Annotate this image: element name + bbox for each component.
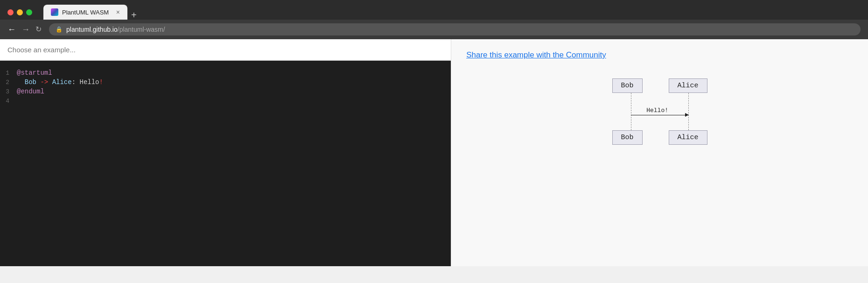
tab-favicon-icon [51, 8, 58, 16]
lock-icon: 🔒 [56, 26, 63, 33]
code-line-4: 4 [0, 96, 451, 106]
tab-title: PlantUML WASM [62, 9, 112, 16]
line-content-2: Bob -> Alice: Hello! [17, 78, 103, 86]
close-button[interactable] [7, 9, 14, 15]
line-content-1: @startuml [17, 69, 52, 77]
forward-button[interactable]: → [21, 25, 30, 34]
participants-top: Bob Alice [612, 78, 707, 93]
reload-button[interactable]: ↻ [35, 26, 42, 33]
diagram-area: Bob Alice Hello! Bob Alice [466, 75, 853, 145]
active-tab[interactable]: PlantUML WASM × [43, 5, 127, 20]
tab-area: PlantUML WASM × + [43, 5, 861, 20]
line-content-3: @enduml [17, 88, 44, 95]
sequence-area: Hello! [613, 93, 707, 130]
address-path: /plantuml-wasm/ [118, 26, 165, 33]
left-panel: 1 @startuml 2 Bob -> Alice: Hello! 3 @en… [0, 39, 451, 266]
participant-alice-bottom: Alice [669, 130, 707, 145]
minimize-button[interactable] [17, 9, 23, 15]
code-line-1: 1 @startuml [0, 68, 451, 78]
line-number-2: 2 [0, 79, 17, 86]
message-label: Hello! [646, 107, 668, 114]
line-number-4: 4 [0, 98, 17, 105]
code-line-2: 2 Bob -> Alice: Hello! [0, 78, 451, 87]
example-input[interactable] [0, 39, 451, 60]
address-bar[interactable]: 🔒 plantuml.github.io/plantuml-wasm/ [49, 23, 861, 35]
address-bar-row: ← → ↻ 🔒 plantuml.github.io/plantuml-wasm… [0, 20, 868, 39]
participant-alice-top: Alice [669, 78, 707, 93]
participant-bob-top: Bob [612, 78, 643, 93]
code-line-3: 3 @enduml [0, 87, 451, 96]
participants-bottom: Bob Alice [612, 130, 707, 145]
new-tab-button[interactable]: + [131, 10, 137, 20]
address-text: plantuml.github.io/plantuml-wasm/ [66, 26, 165, 33]
example-selector [0, 39, 451, 61]
address-domain: plantuml.github.io [66, 26, 118, 33]
share-community-link[interactable]: Share this example with the Community [466, 50, 606, 60]
line-number-3: 3 [0, 88, 17, 95]
browser-chrome: PlantUML WASM × + ← → ↻ 🔒 plantuml.githu… [0, 0, 868, 39]
title-bar: PlantUML WASM × + [0, 0, 868, 20]
traffic-lights [7, 9, 32, 15]
participant-bob-bottom: Bob [612, 130, 643, 145]
line-content-4 [17, 97, 21, 105]
message-arrow: Hello! [631, 107, 689, 115]
back-button[interactable]: ← [7, 25, 16, 34]
maximize-button[interactable] [26, 9, 32, 15]
line-number-1: 1 [0, 70, 17, 77]
nav-buttons: ← → ↻ [7, 25, 42, 34]
page-content: 1 @startuml 2 Bob -> Alice: Hello! 3 @en… [0, 39, 868, 266]
arrow-line [631, 115, 689, 115]
code-editor[interactable]: 1 @startuml 2 Bob -> Alice: Hello! 3 @en… [0, 61, 451, 266]
tab-close-icon[interactable]: × [116, 8, 120, 16]
right-panel: Share this example with the Community Bo… [451, 39, 868, 266]
